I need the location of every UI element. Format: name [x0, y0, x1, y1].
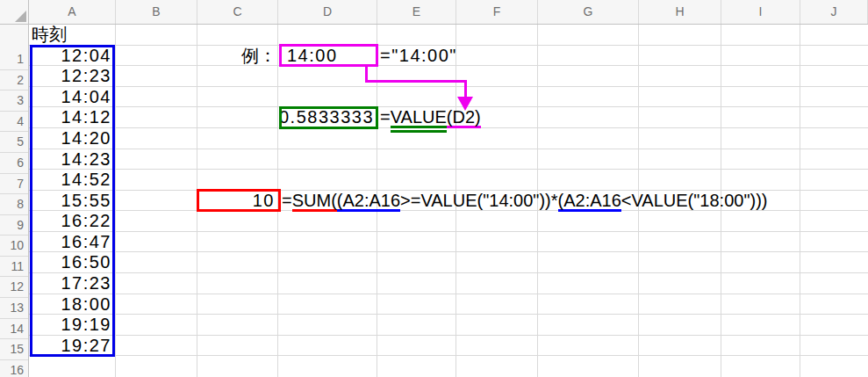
row-headers: 1234567891011121314151617 — [0, 25, 29, 377]
gridline-horizontal — [29, 169, 868, 170]
gridline-horizontal — [29, 86, 868, 87]
highlight-box-a2-a16 — [30, 45, 115, 357]
cell-d9-formula[interactable]: =SUM((A2:A16>=VALUE("14:00"))*(A2:A16<VA… — [282, 191, 808, 212]
column-header-j[interactable]: J — [800, 0, 868, 24]
column-header-e[interactable]: E — [377, 0, 456, 24]
gridline-horizontal — [29, 149, 868, 149]
row-header-13[interactable]: 13 — [0, 298, 28, 319]
formula-token-eq: = — [282, 192, 292, 209]
excel-grid: ABCDEFGHIJ 1234567891011121314151617 時刻 … — [0, 0, 868, 377]
arrow-head-icon — [457, 97, 473, 111]
column-header-i[interactable]: I — [721, 0, 800, 24]
formula-token-d2-ref: (D2) — [447, 108, 481, 128]
row-header-6[interactable]: 6 — [0, 153, 28, 174]
highlight-box-c9 — [197, 189, 281, 212]
row-header-3[interactable]: 3 — [0, 91, 28, 112]
formula-token-tail: <VALUE("18:00"))) — [621, 192, 768, 209]
formula-token-range1: (A2:A16 — [337, 192, 400, 212]
column-headers: ABCDEFGHIJ — [0, 0, 868, 25]
row-header-1[interactable]: 1 — [0, 49, 28, 70]
formula-token-sum-func: SUM( — [292, 192, 337, 212]
row-header-14[interactable]: 14 — [0, 319, 28, 340]
row-header-15[interactable]: 15 — [0, 339, 28, 360]
cell-c2-label[interactable]: 例： — [197, 46, 276, 67]
formula-token-mid: >=VALUE("14:00"))* — [400, 192, 557, 209]
row-header-11[interactable]: 11 — [0, 257, 28, 278]
formula-token-eq: = — [380, 108, 391, 126]
column-header-g[interactable]: G — [538, 0, 639, 24]
arrow-segment-horizontal — [365, 80, 467, 83]
gridline-horizontal — [29, 272, 868, 273]
gridline-horizontal — [29, 231, 868, 232]
row-header-9[interactable]: 9 — [0, 215, 28, 236]
cell-e2[interactable]: ="14:00" — [380, 46, 520, 67]
row-header-12[interactable]: 12 — [0, 277, 28, 298]
column-header-c[interactable]: C — [197, 0, 278, 24]
row-header-5[interactable]: 5 — [0, 132, 28, 153]
gridline-horizontal — [29, 355, 868, 356]
select-all-triangle-icon — [15, 11, 26, 22]
row-header-8[interactable]: 8 — [0, 194, 28, 215]
gridline-horizontal — [29, 314, 868, 315]
column-header-f[interactable]: F — [456, 0, 538, 24]
gridline-horizontal — [29, 294, 868, 294]
row-header-2[interactable]: 2 — [0, 70, 28, 91]
gridline-horizontal — [29, 251, 868, 252]
select-all-corner[interactable] — [0, 0, 29, 25]
row-header-16[interactable]: 16 — [0, 360, 28, 377]
column-header-d[interactable]: D — [278, 0, 377, 24]
column-header-a[interactable]: A — [29, 0, 116, 24]
row-header-7[interactable]: 7 — [0, 174, 28, 195]
gridline-horizontal — [29, 335, 868, 336]
column-header-b[interactable]: B — [116, 0, 197, 24]
gridline-vertical — [115, 25, 116, 377]
column-header-h[interactable]: H — [639, 0, 721, 24]
cell-a1[interactable]: 時刻 — [32, 25, 116, 46]
highlight-box-d5 — [279, 106, 378, 129]
formula-token-value-func: VALUE — [391, 108, 447, 133]
row-header-10[interactable]: 10 — [0, 236, 28, 257]
formula-token-range2: (A2:A16 — [558, 192, 621, 212]
highlight-box-d2 — [279, 44, 378, 67]
arrow-segment-vertical-2 — [464, 80, 467, 98]
row-header-4[interactable]: 4 — [0, 112, 28, 133]
